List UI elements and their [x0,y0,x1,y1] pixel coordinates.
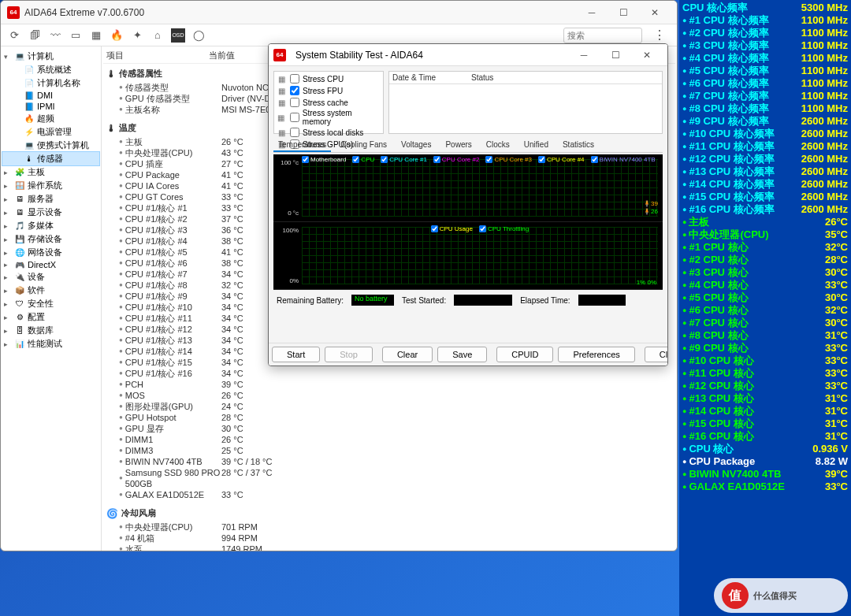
expand-icon[interactable]: ▸ [4,182,12,190]
checkbox[interactable] [290,128,299,137]
tree-item[interactable]: ▾💻计算机 [2,50,99,63]
expand-icon[interactable]: ▸ [4,209,12,217]
data-row[interactable]: ●PCH39 °C [103,379,675,390]
legend-checkbox[interactable] [431,225,438,232]
stress-check[interactable]: ▦Stress system memory [276,109,381,126]
legend-checkbox[interactable] [302,156,309,163]
tree-item[interactable]: ▸🔌设备 [2,270,99,284]
tree-item[interactable]: ▸🖥显示设备 [2,206,99,219]
expand-icon[interactable]: ▸ [4,195,12,203]
legend-item[interactable]: CPU [352,156,374,163]
data-row[interactable]: ●MOS26 °C [103,390,675,401]
maximize-button[interactable]: ☐ [600,43,631,67]
refresh-icon[interactable]: ⟳ [7,28,21,43]
data-row[interactable]: ●GALAX EA1D0512E33 °C [103,489,675,500]
more-icon[interactable]: ⋮ [648,28,671,43]
data-row[interactable]: ●BIWIN NV7400 4TB39 °C / 18 °C [103,456,675,467]
data-row[interactable]: ●GPU 显存30 °C [103,423,675,434]
start-button[interactable]: Start [272,347,320,362]
data-row[interactable]: ●DIMM325 °C [103,445,675,456]
tree-item[interactable]: ▸🛡安全性 [2,297,99,310]
expand-icon[interactable]: ▸ [4,300,12,308]
data-row[interactable]: ●GPU Hotspot28 °C [103,412,675,423]
expand-icon[interactable]: ▸ [4,314,12,321]
tree-item[interactable]: ▸⚙配置 [2,310,99,324]
chip-icon[interactable]: ▭ [69,28,83,43]
tree-item[interactable]: 🌡传感器 [2,152,99,165]
tree-item[interactable]: 📘DMI [2,90,99,101]
legend-item[interactable]: CPU Core #1 [381,156,427,163]
data-row[interactable]: ●中央处理器(CPU)701 RPM [103,521,675,533]
legend-checkbox[interactable] [352,156,359,163]
maximize-button[interactable]: ☐ [608,1,639,24]
close-button[interactable]: Close [645,347,668,362]
checkbox[interactable] [290,86,299,95]
expand-icon[interactable]: ▸ [4,236,12,243]
tree-item[interactable]: ▸📊性能测试 [2,337,99,351]
legend-checkbox[interactable] [381,156,388,163]
tree-item[interactable]: ▸📦软件 [2,284,99,297]
minimize-button[interactable]: ─ [568,43,600,67]
data-row[interactable]: ●CPU #1/核心 #1634 °C [103,368,675,379]
legend-item[interactable]: BIWIN NV7400 4TB [591,156,656,163]
expand-icon[interactable]: ▸ [4,222,12,230]
expand-icon[interactable]: ▾ [4,53,12,61]
legend-item[interactable]: CPU Core #2 [433,156,480,163]
expand-icon[interactable]: ▸ [4,169,12,176]
data-row[interactable]: ●DIMM126 °C [103,434,675,445]
tree-item[interactable]: 📘IPMI [2,101,99,112]
expand-icon[interactable]: ▸ [4,327,12,335]
search-input[interactable] [563,28,642,43]
expand-icon[interactable]: ▸ [4,340,12,348]
data-row[interactable]: ●Samsung SSD 980 PRO 500GB28 °C / 37 °C [103,467,675,489]
stress-check[interactable]: ▦Stress cache [276,97,381,108]
legend-item[interactable]: CPU Usage [431,225,473,232]
chip2-icon[interactable]: ▦ [89,28,103,43]
tab-statistics[interactable]: Statistics [558,139,599,152]
tab-temperatures[interactable]: Temperatures [273,139,331,152]
home-icon[interactable]: ⌂ [151,28,165,43]
tree-item[interactable]: ⚡电源管理 [2,125,99,139]
stop-button[interactable]: Stop [325,347,373,362]
copy-icon[interactable]: 🗐 [28,28,42,43]
checkbox[interactable] [290,74,299,83]
legend-item[interactable]: CPU Core #3 [485,156,532,163]
tree-item[interactable]: ▸🎵多媒体 [2,219,99,232]
tree-item[interactable]: ▸🪟操作系统 [2,179,99,192]
tree-item[interactable]: ▸🖥服务器 [2,192,99,206]
legend-item[interactable]: CPU Throttling [479,225,529,232]
data-row[interactable]: ●图形处理器(GPU)24 °C [103,401,675,412]
stress-check[interactable]: ▦Stress local disks [276,127,381,138]
cycle-icon[interactable]: ◯ [191,28,206,43]
legend-checkbox[interactable] [479,225,486,232]
legend-checkbox[interactable] [538,156,545,163]
wand-icon[interactable]: ✦ [130,28,144,43]
close-button[interactable]: ✕ [631,43,663,67]
flame-icon[interactable]: 🔥 [110,28,124,43]
tree-item[interactable]: ▸🧩主板 [2,165,99,179]
legend-checkbox[interactable] [433,156,440,163]
osd-icon[interactable]: OSD [171,28,185,43]
expand-icon[interactable]: ▸ [4,287,12,295]
close-button[interactable]: ✕ [639,1,671,24]
save-button[interactable]: Save [437,347,487,362]
data-row[interactable]: ●#4 机箱994 RPM [103,533,675,544]
stress-check[interactable]: ▦Stress FPU [276,85,381,96]
tree-item[interactable]: 💻便携式计算机 [2,139,99,152]
cpuid-button[interactable]: CPUID [496,347,553,362]
tab-unified[interactable]: Unified [519,139,553,152]
tree-item[interactable]: ▸🗄数据库 [2,324,99,337]
clear-button[interactable]: Clear [382,347,433,362]
tab-powers[interactable]: Powers [440,139,476,152]
checkbox[interactable] [290,113,299,122]
tree-item[interactable]: ▸🎮DirectX [2,259,99,270]
tree-item[interactable]: 📄计算机名称 [2,76,99,90]
checkbox[interactable] [290,98,299,107]
tree-item[interactable]: 🔥超频 [2,112,99,125]
data-row[interactable]: ●水泵1749 RPM [103,544,675,551]
tab-clocks[interactable]: Clocks [481,139,515,152]
expand-icon[interactable]: ▸ [4,273,12,281]
expand-icon[interactable]: ▸ [4,261,12,269]
tree-item[interactable]: ▸💾存储设备 [2,232,99,246]
preferences-button[interactable]: Preferences [558,347,634,362]
